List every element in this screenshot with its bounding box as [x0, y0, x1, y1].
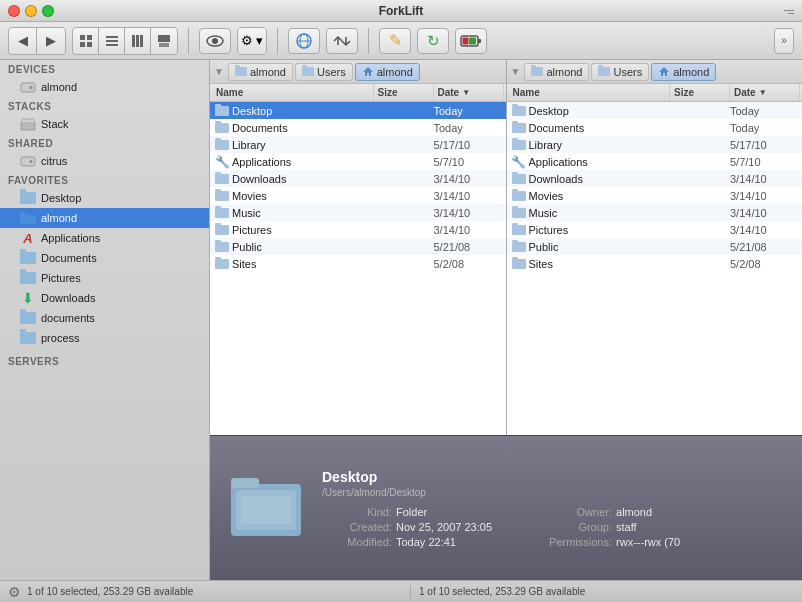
right-bc-arrow: ▼: [511, 66, 521, 77]
svg-rect-27: [21, 157, 35, 166]
right-col-headers: Name Size Date▼: [507, 84, 803, 102]
group-value: staff: [616, 521, 637, 533]
sidebar-item-documents2[interactable]: documents: [0, 308, 209, 328]
table-row[interactable]: Sites 5/2/08: [507, 255, 803, 272]
separator-1: [188, 28, 189, 54]
view-columns-button[interactable]: [125, 28, 151, 54]
close-button[interactable]: [8, 5, 20, 17]
almond-folder-icon: [20, 210, 36, 226]
right-bc-users[interactable]: Users: [591, 63, 649, 81]
table-row[interactable]: Library 5/17/10: [210, 136, 506, 153]
left-col-name[interactable]: Name: [212, 84, 374, 101]
right-bc-home-label: almond: [673, 66, 709, 78]
preview-meta: Kind: Folder Created: Nov 25, 2007 23:05…: [322, 506, 786, 548]
table-row[interactable]: Downloads 3/14/10: [210, 170, 506, 187]
forward-button[interactable]: ▶: [37, 28, 65, 54]
table-row[interactable]: Sites 5/2/08: [210, 255, 506, 272]
statusbar-left-text: 1 of 10 selected, 253.29 GB available: [27, 586, 402, 597]
table-row[interactable]: Public 5/21/08: [507, 238, 803, 255]
svg-rect-4: [106, 36, 118, 38]
back-button[interactable]: ◀: [9, 28, 37, 54]
left-col-date[interactable]: Date▼: [434, 84, 504, 101]
svg-rect-5: [106, 40, 118, 42]
table-row[interactable]: 🔧 Applications 5/7/10: [210, 153, 506, 170]
battery-button[interactable]: [455, 28, 487, 54]
window-title: ForkLift: [379, 4, 424, 18]
right-bc-almond[interactable]: almond: [524, 63, 589, 81]
view-cover-button[interactable]: [151, 28, 177, 54]
table-row[interactable]: Pictures 3/14/10: [507, 221, 803, 238]
file-date: Today: [434, 105, 504, 117]
view-list-button[interactable]: [99, 28, 125, 54]
app-icon: 🔧: [212, 155, 232, 169]
table-row[interactable]: Documents Today: [507, 119, 803, 136]
sidebar-item-downloads[interactable]: ⬇ Downloads: [0, 288, 209, 308]
svg-rect-23: [21, 83, 35, 92]
table-row[interactable]: 🔧 Applications 5/7/10: [507, 153, 803, 170]
sidebar-item-downloads-label: Downloads: [41, 292, 95, 304]
file-date: 3/14/10: [434, 207, 504, 219]
globe-button[interactable]: [288, 28, 320, 54]
table-row[interactable]: Public 5/21/08: [210, 238, 506, 255]
right-col-date[interactable]: Date▼: [730, 84, 800, 101]
refresh-button[interactable]: ↻: [417, 28, 449, 54]
table-row[interactable]: Movies 3/14/10: [507, 187, 803, 204]
sidebar-item-stack[interactable]: Stack: [0, 114, 209, 134]
file-date: 3/14/10: [434, 224, 504, 236]
file-name: Applications: [232, 156, 374, 168]
sidebar-item-applications[interactable]: A Applications: [0, 228, 209, 248]
file-date: 5/2/08: [434, 258, 504, 270]
sidebar-item-almond-fav[interactable]: almond: [0, 208, 209, 228]
table-row[interactable]: Downloads 3/14/10: [507, 170, 803, 187]
table-row[interactable]: Movies 3/14/10: [210, 187, 506, 204]
left-bc-home[interactable]: almond: [355, 63, 420, 81]
table-row[interactable]: Pictures 3/14/10: [210, 221, 506, 238]
edit-button[interactable]: ✎: [379, 28, 411, 54]
sidebar-item-process[interactable]: process: [0, 328, 209, 348]
right-col-name[interactable]: Name: [509, 84, 671, 101]
svg-point-13: [212, 38, 218, 44]
table-row[interactable]: Desktop Today: [210, 102, 506, 119]
left-bc-home-icon: [362, 66, 374, 78]
right-col-size[interactable]: Size: [670, 84, 730, 101]
right-bc-home[interactable]: almond: [651, 63, 716, 81]
sidebar-item-pictures[interactable]: Pictures: [0, 268, 209, 288]
table-row[interactable]: Documents Today: [210, 119, 506, 136]
table-row[interactable]: Library 5/17/10: [507, 136, 803, 153]
file-date: 5/21/08: [730, 241, 800, 253]
file-name: Documents: [232, 122, 374, 134]
svg-rect-1: [87, 35, 92, 40]
statusbar-gear-icon[interactable]: ⚙: [8, 584, 21, 600]
sidebar-item-citrus[interactable]: citrus: [0, 151, 209, 171]
sidebar: DEVICES almond STACKS Stack SHARED citru…: [0, 60, 210, 580]
left-bc-users[interactable]: Users: [295, 63, 353, 81]
right-pane: ▼ almond Users almond: [507, 60, 803, 435]
gear-button[interactable]: ⚙ ▾: [238, 28, 266, 54]
file-folder-icon: [509, 140, 529, 150]
maximize-button[interactable]: [42, 5, 54, 17]
sidebar-item-desktop[interactable]: Desktop: [0, 188, 209, 208]
meta-owner-row: Owner: almond: [532, 506, 680, 518]
minimize-button[interactable]: [25, 5, 37, 17]
sidebar-item-documents[interactable]: Documents: [0, 248, 209, 268]
desktop-folder-icon: [20, 190, 36, 206]
table-row[interactable]: Desktop Today: [507, 102, 803, 119]
view-icons-button[interactable]: [73, 28, 99, 54]
preview-title: Desktop: [322, 469, 786, 485]
sidebar-item-almond-device[interactable]: almond: [0, 77, 209, 97]
file-name: Documents: [529, 122, 671, 134]
svg-marker-32: [659, 67, 669, 76]
sync-arrows-button[interactable]: [326, 28, 358, 54]
table-row[interactable]: Music 3/14/10: [507, 204, 803, 221]
more-button[interactable]: »: [774, 28, 794, 54]
left-col-size[interactable]: Size: [374, 84, 434, 101]
table-row[interactable]: Music 3/14/10: [210, 204, 506, 221]
file-folder-icon: [212, 208, 232, 218]
file-name: Downloads: [529, 173, 671, 185]
left-bc-almond[interactable]: almond: [228, 63, 293, 81]
eye-button[interactable]: [199, 28, 231, 54]
file-name: Downloads: [232, 173, 374, 185]
owner-value: almond: [616, 506, 652, 518]
meta-group-row: Group: staff: [532, 521, 680, 533]
right-bc-users-icon: [598, 66, 610, 78]
